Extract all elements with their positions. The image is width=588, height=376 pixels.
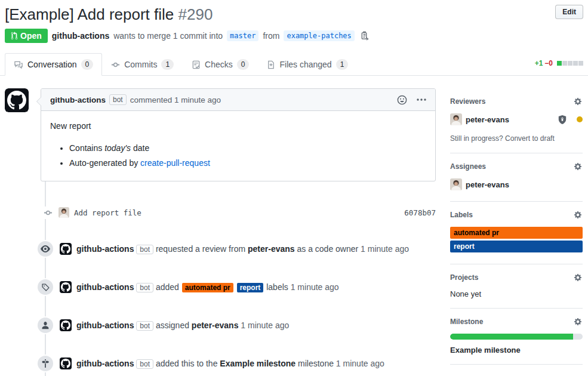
bot-badge: bot bbox=[109, 94, 127, 105]
gear-icon[interactable] bbox=[573, 97, 583, 106]
commit-message[interactable]: Add report file bbox=[74, 208, 141, 217]
tab-checks[interactable]: Checks 0 bbox=[183, 53, 258, 76]
milestone-link[interactable]: Example milestone bbox=[450, 346, 521, 355]
event-text: github-actions bot added automated pr re… bbox=[76, 281, 339, 294]
assignee-name[interactable]: peter-evans bbox=[466, 180, 509, 189]
gear-icon[interactable] bbox=[573, 273, 583, 282]
event-description: added this to the bbox=[156, 359, 218, 368]
bot-badge: bot bbox=[136, 359, 153, 369]
labels-heading-label: Labels bbox=[450, 211, 473, 219]
octocat-avatar[interactable] bbox=[60, 357, 72, 369]
head-branch-label[interactable]: example-patches bbox=[284, 30, 354, 41]
event-description: labels bbox=[266, 282, 288, 292]
event-timestamp[interactable]: 1 minute ago bbox=[291, 282, 339, 292]
draft-note-text: Still in progress? bbox=[450, 134, 503, 143]
octocat-avatar[interactable] bbox=[60, 243, 72, 255]
copy-branch-button[interactable] bbox=[359, 31, 370, 41]
diffstat[interactable]: +1 −0 bbox=[535, 59, 583, 70]
convert-to-draft-link[interactable]: Convert to draft bbox=[505, 134, 555, 143]
event-target[interactable]: peter-evans bbox=[192, 320, 239, 330]
timeline-event-milestoned: github-actions bot added this to the Exa… bbox=[5, 356, 436, 371]
conversation-tab-icon bbox=[14, 60, 23, 69]
gear-icon[interactable] bbox=[573, 317, 583, 326]
milestone-icon bbox=[38, 356, 53, 371]
octocat-avatar[interactable] bbox=[5, 88, 29, 112]
tab-checks-label: Checks bbox=[205, 60, 233, 70]
milestone-progress-fill bbox=[450, 334, 573, 340]
label-report[interactable]: report bbox=[450, 241, 583, 252]
diffstat-added: +1 bbox=[535, 59, 543, 67]
gear-icon[interactable] bbox=[573, 210, 583, 220]
pr-sidebar: Reviewers peter-evans Still in progress?… bbox=[450, 88, 583, 376]
reviewers-heading-label: Reviewers bbox=[450, 97, 485, 106]
commit-icon bbox=[37, 207, 59, 219]
base-branch-label[interactable]: master bbox=[227, 30, 258, 41]
diffstat-block bbox=[568, 61, 572, 66]
comment-timestamp[interactable]: commented 1 minute ago bbox=[130, 95, 221, 104]
gear-icon[interactable] bbox=[573, 162, 583, 171]
event-timestamp[interactable]: 1 minute ago bbox=[361, 244, 409, 254]
comment-options-button[interactable] bbox=[417, 98, 426, 101]
projects-section: Projects None yet bbox=[450, 264, 583, 309]
tab-files-changed[interactable]: Files changed 1 bbox=[258, 53, 357, 76]
pr-comment: github-actions bot commented 1 minute ag… bbox=[5, 88, 436, 181]
page-title: [Example] Add report file #290 bbox=[5, 5, 555, 24]
projects-heading-label: Projects bbox=[450, 273, 478, 282]
event-text: github-actions bot requested a review fr… bbox=[76, 243, 409, 255]
comment-author[interactable]: github-actions bbox=[50, 95, 106, 104]
checks-tab-icon bbox=[192, 60, 201, 69]
milestone-heading[interactable]: Milestone bbox=[450, 317, 583, 326]
timeline-event-review-requested: github-actions bot requested a review fr… bbox=[5, 241, 436, 257]
pull-request-icon bbox=[11, 32, 18, 40]
commit-sha[interactable]: 6078b07 bbox=[404, 208, 436, 217]
event-timestamp[interactable]: 1 minute ago bbox=[336, 359, 384, 368]
event-target[interactable]: peter-evans bbox=[248, 244, 295, 254]
commit-author-avatar[interactable] bbox=[59, 207, 69, 218]
from-word: from bbox=[263, 31, 279, 41]
octocat-avatar[interactable] bbox=[60, 319, 72, 331]
timeline-event-labeled: github-actions bot added automated pr re… bbox=[5, 279, 436, 295]
event-timestamp[interactable]: 1 minute ago bbox=[241, 320, 289, 330]
assignee-row: peter-evans bbox=[450, 178, 583, 190]
assignees-heading-label: Assignees bbox=[450, 162, 486, 171]
event-description: as a code owner bbox=[297, 244, 358, 254]
bot-badge: bot bbox=[136, 245, 153, 254]
event-text: github-actions bot assigned peter-evans … bbox=[76, 319, 289, 331]
diffstat-removed: −0 bbox=[544, 59, 553, 67]
open-status-badge: Open bbox=[5, 29, 48, 43]
label-automated-pr[interactable]: automated pr bbox=[450, 227, 583, 239]
edit-button[interactable]: Edit bbox=[555, 5, 583, 19]
comment-box: github-actions bot commented 1 minute ag… bbox=[41, 88, 436, 181]
shield-icon bbox=[558, 115, 567, 125]
labels-heading[interactable]: Labels bbox=[450, 210, 583, 220]
comment-text: New report bbox=[50, 120, 426, 132]
event-description: milestone bbox=[298, 359, 334, 368]
reviewer-name[interactable]: peter-evans bbox=[466, 115, 509, 124]
assignee-avatar[interactable] bbox=[450, 178, 462, 190]
label-automated-pr[interactable]: automated pr bbox=[182, 283, 233, 292]
assignees-heading[interactable]: Assignees bbox=[450, 162, 583, 171]
tab-commits[interactable]: Commits 1 bbox=[102, 53, 183, 76]
pr-meta: Open github-actions wants to merge 1 com… bbox=[5, 29, 583, 43]
tab-conversation[interactable]: Conversation 0 bbox=[5, 53, 102, 76]
emoji-reaction-button[interactable] bbox=[397, 95, 407, 105]
milestone-progress-bar[interactable] bbox=[450, 334, 583, 340]
tab-checks-count: 0 bbox=[237, 59, 250, 70]
octocat-avatar[interactable] bbox=[60, 281, 72, 293]
label-report[interactable]: report bbox=[237, 283, 264, 292]
event-actor[interactable]: github-actions bbox=[76, 244, 134, 254]
event-description: assigned bbox=[156, 320, 189, 330]
create-pull-request-link[interactable]: create-pull-request bbox=[140, 158, 210, 168]
reviewer-avatar[interactable] bbox=[450, 113, 462, 125]
assignees-section: Assignees peter-evans bbox=[450, 153, 583, 202]
event-actor[interactable]: github-actions bbox=[76, 359, 134, 368]
person-icon bbox=[38, 318, 53, 333]
projects-heading[interactable]: Projects bbox=[450, 273, 583, 282]
comment-body: New report Contains today's date Auto-ge… bbox=[41, 111, 435, 181]
event-actor[interactable]: github-actions bbox=[76, 320, 134, 330]
diffstat-block bbox=[573, 61, 578, 66]
pr-author[interactable]: github-actions bbox=[52, 31, 109, 41]
reviewers-heading[interactable]: Reviewers bbox=[450, 97, 583, 106]
diffstat-block bbox=[578, 61, 583, 66]
event-actor[interactable]: github-actions bbox=[76, 282, 134, 292]
